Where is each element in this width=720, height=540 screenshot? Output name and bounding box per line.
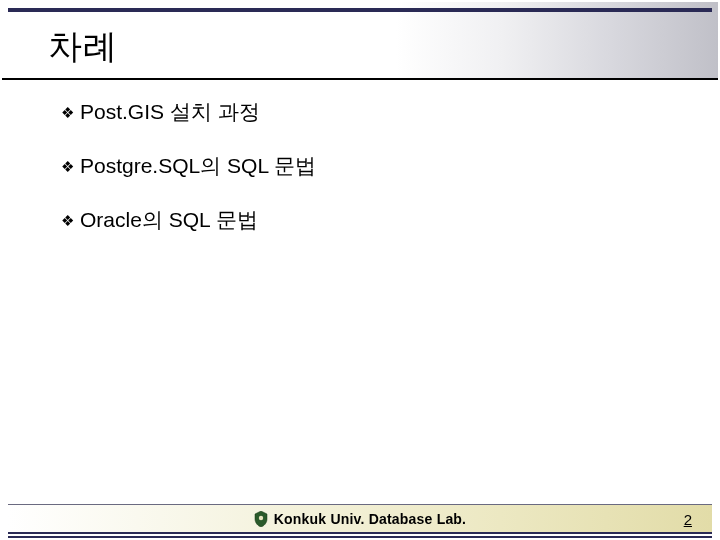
bullet-text: Post.GIS 설치 과정 (80, 98, 260, 126)
list-item: ❖ Postgre.SQL의 SQL 문법 (58, 152, 680, 180)
svg-point-0 (259, 515, 263, 519)
page-title: 차례 (48, 24, 118, 70)
konkuk-crest-icon (254, 511, 268, 527)
diamond-bullet-icon: ❖ (58, 159, 76, 174)
diamond-bullet-icon: ❖ (58, 213, 76, 228)
list-item: ❖ Oracle의 SQL 문법 (58, 206, 680, 234)
bullet-text: Postgre.SQL의 SQL 문법 (80, 152, 316, 180)
diamond-bullet-icon: ❖ (58, 105, 76, 120)
footer-bar: Konkuk Univ. Database Lab. (8, 504, 712, 532)
content-area: ❖ Post.GIS 설치 과정 ❖ Postgre.SQL의 SQL 문법 ❖… (58, 98, 680, 260)
top-border-band (8, 8, 712, 12)
list-item: ❖ Post.GIS 설치 과정 (58, 98, 680, 126)
title-underline (2, 78, 718, 80)
footer-text: Konkuk Univ. Database Lab. (274, 511, 466, 527)
bullet-text: Oracle의 SQL 문법 (80, 206, 258, 234)
footer-border-band (8, 532, 712, 538)
footer-center: Konkuk Univ. Database Lab. (254, 511, 466, 527)
page-number: 2 (684, 511, 692, 528)
